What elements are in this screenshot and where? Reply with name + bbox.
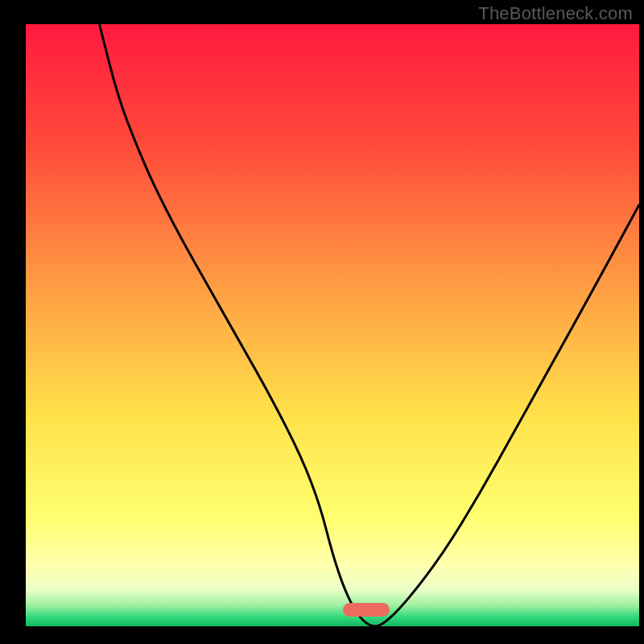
watermark-label: TheBottleneck.com [478,3,633,24]
plot-background [26,24,639,626]
bottleneck-chart [0,0,644,644]
chart-frame: TheBottleneck.com [0,0,644,644]
optimal-marker [343,603,390,617]
